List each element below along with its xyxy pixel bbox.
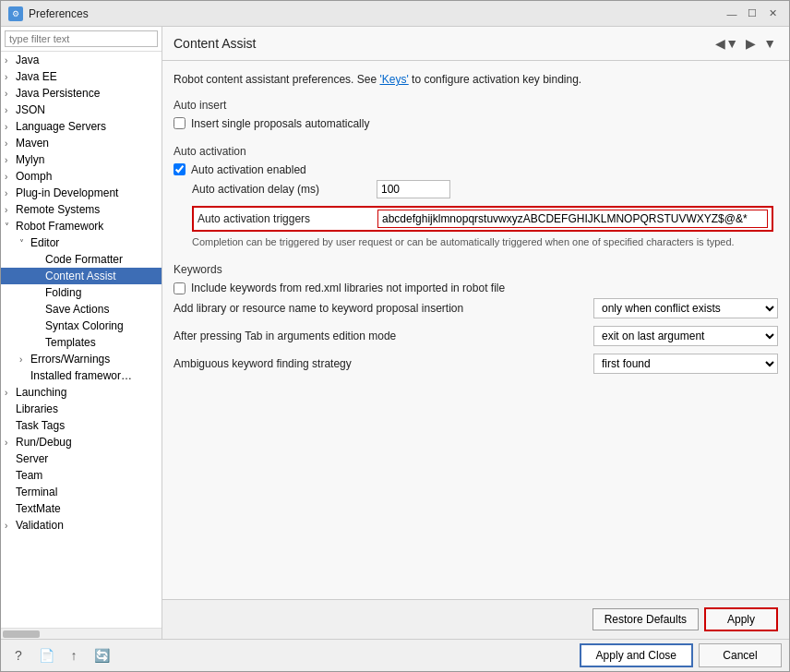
auto-activation-section: Auto activation Auto activation enabled … (174, 145, 778, 248)
tree-arrow: › (5, 188, 14, 198)
export-button[interactable]: 📄 (36, 645, 56, 666)
panel-header: Content Assist ◀▼ ▶ ▼ (162, 27, 789, 61)
sidebar-item-team[interactable]: Team (1, 467, 162, 484)
help-button[interactable]: ? (8, 645, 29, 666)
ambiguous-row: Ambiguous keyword finding strategy first… (174, 354, 778, 374)
window-title: Preferences (29, 7, 89, 20)
maximize-button[interactable]: ☐ (743, 6, 761, 21)
trigger-hint: Completion can be triggered by user requ… (174, 235, 778, 248)
sidebar-scrollbar-h[interactable] (1, 628, 162, 639)
sidebar-label: Language Servers (16, 120, 106, 133)
apply-button[interactable]: Apply (704, 607, 778, 631)
sidebar-item-save-actions[interactable]: Save Actions (1, 301, 162, 318)
sidebar-label: Team (16, 469, 42, 482)
toolbar-menu-button[interactable]: ▼ (761, 34, 778, 53)
refresh-button[interactable]: 🔄 (91, 645, 112, 666)
sidebar-item-textmate[interactable]: TextMate (1, 500, 162, 517)
keys-link[interactable]: 'Keys' (379, 73, 408, 86)
trigger-container: Auto activation triggers (174, 206, 778, 232)
auto-activation-checkbox[interactable] (174, 163, 186, 175)
sidebar-label: Folding (45, 286, 81, 299)
auto-activation-label: Auto activation enabled (191, 163, 306, 176)
sidebar-label: Maven (16, 137, 49, 150)
include-keywords-checkbox[interactable] (174, 282, 186, 294)
panel-title: Content Assist (174, 36, 257, 51)
preferences-window: ⚙ Preferences — ☐ ✕ › Java › Java EE (0, 0, 790, 672)
tree-arrow: › (5, 388, 14, 398)
sidebar-label: Templates (45, 336, 96, 349)
tab-select[interactable]: exit on last argument cycle stay (593, 326, 778, 346)
sidebar-item-oomph[interactable]: › Oomph (1, 168, 162, 185)
sidebar-item-language-servers[interactable]: › Language Servers (1, 118, 162, 135)
insert-single-checkbox[interactable] (174, 117, 186, 129)
sidebar-item-syntax-coloring[interactable]: Syntax Coloring (1, 318, 162, 334)
sidebar-item-robot-framework[interactable]: ˅ Robot Framework (1, 218, 162, 234)
sidebar-label: Mylyn (16, 153, 44, 166)
restore-defaults-button[interactable]: Restore Defaults (592, 608, 699, 630)
filter-box (1, 27, 162, 52)
auto-insert-row: Insert single proposals automatically (174, 117, 778, 130)
minimize-button[interactable]: — (723, 6, 741, 21)
ambiguous-select[interactable]: first found ask user error (593, 354, 778, 374)
tree-arrow: ˅ (5, 222, 14, 232)
library-select[interactable]: only when conflict exists always never (593, 298, 778, 318)
bottom-bar: ? 📄 ↑ 🔄 Apply and Close Cancel (1, 639, 789, 671)
forward-button[interactable]: ▶ (744, 34, 758, 53)
sidebar-item-editor[interactable]: ˅ Editor (1, 234, 162, 251)
include-keywords-label: Include keywords from red.xml libraries … (191, 282, 505, 294)
triggers-label: Auto activation triggers (198, 212, 377, 225)
include-keywords-row: Include keywords from red.xml libraries … (174, 282, 778, 294)
title-bar-left: ⚙ Preferences (8, 6, 89, 21)
tree-arrow: › (19, 354, 29, 365)
auto-activation-title: Auto activation (174, 145, 778, 158)
sidebar-item-errors-warnings[interactable]: › Errors/Warnings (1, 351, 162, 367)
ambiguous-label: Ambiguous keyword finding strategy (174, 357, 593, 370)
tree-arrow: › (5, 138, 14, 149)
sidebar-item-templates[interactable]: Templates (1, 334, 162, 351)
cancel-button[interactable]: Cancel (699, 643, 782, 667)
sidebar-item-plugin-development[interactable]: › Plug-in Development (1, 185, 162, 201)
scrollbar-thumb (3, 630, 40, 638)
triggers-input[interactable] (377, 210, 768, 228)
auto-insert-title: Auto insert (174, 99, 778, 112)
sidebar-item-task-tags[interactable]: Task Tags (1, 417, 162, 434)
import-button[interactable]: ↑ (64, 645, 84, 666)
close-button[interactable]: ✕ (763, 6, 782, 21)
tree-arrow: › (5, 72, 14, 82)
sidebar-item-content-assist[interactable]: Content Assist (1, 268, 162, 284)
sidebar-item-java[interactable]: › Java (1, 52, 162, 68)
filter-input[interactable] (5, 30, 158, 47)
right-panel: Content Assist ◀▼ ▶ ▼ Robot content assi… (162, 27, 789, 639)
sidebar-item-maven[interactable]: › Maven (1, 135, 162, 151)
sidebar-item-validation[interactable]: › Validation (1, 517, 162, 534)
sidebar-label: Validation (16, 519, 64, 532)
sidebar-item-launching[interactable]: › Launching (1, 384, 162, 401)
desc-text-before: Robot content assistant preferences. See (174, 73, 379, 86)
sidebar-item-remote-systems[interactable]: › Remote Systems (1, 201, 162, 218)
sidebar-label: Syntax Coloring (45, 319, 124, 332)
sidebar-item-java-ee[interactable]: › Java EE (1, 68, 162, 85)
back-button[interactable]: ◀▼ (713, 34, 740, 53)
sidebar-label: Plug-in Development (16, 186, 118, 199)
delay-input[interactable] (377, 180, 450, 198)
sidebar-item-json[interactable]: › JSON (1, 102, 162, 118)
delay-row: Auto activation delay (ms) (174, 180, 778, 198)
apply-and-close-button[interactable]: Apply and Close (580, 643, 693, 667)
tree-arrow: › (5, 55, 14, 66)
sidebar-label: Save Actions (45, 303, 109, 316)
sidebar-item-mylyn[interactable]: › Mylyn (1, 151, 162, 168)
sidebar-label: Launching (16, 386, 66, 399)
sidebar-item-java-persistence[interactable]: › Java Persistence (1, 85, 162, 102)
window-controls: — ☐ ✕ (723, 6, 782, 21)
description: Robot content assistant preferences. See… (174, 72, 778, 88)
sidebar-item-server[interactable]: Server (1, 450, 162, 467)
sidebar-item-terminal[interactable]: Terminal (1, 484, 162, 500)
panel-body: Robot content assistant preferences. See… (162, 61, 789, 599)
sidebar-label: Task Tags (16, 419, 65, 432)
tab-row: After pressing Tab in arguments edition … (174, 326, 778, 346)
sidebar-item-installed-frameworks[interactable]: Installed framewor… (1, 367, 162, 384)
sidebar-item-folding[interactable]: Folding (1, 284, 162, 301)
sidebar-item-code-formatter[interactable]: Code Formatter (1, 251, 162, 268)
sidebar-item-run-debug[interactable]: › Run/Debug (1, 434, 162, 450)
sidebar-item-libraries[interactable]: Libraries (1, 401, 162, 417)
